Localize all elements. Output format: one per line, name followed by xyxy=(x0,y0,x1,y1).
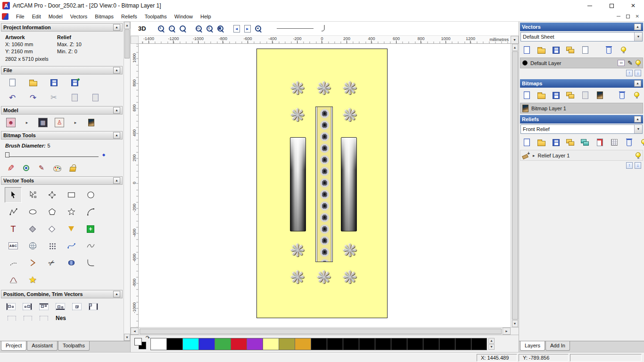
primary-secondary-colour-selector[interactable]: ↷ xyxy=(133,337,150,352)
align-both-icon[interactable] xyxy=(88,301,99,312)
scroll-left-icon[interactable]: ◄ xyxy=(131,328,139,335)
align-left-icon[interactable] xyxy=(6,301,16,312)
menu-vectors[interactable]: Vectors xyxy=(66,12,91,21)
fillet-icon[interactable] xyxy=(82,255,99,271)
palette-colour-9[interactable] xyxy=(295,338,311,350)
vector-doctor-icon[interactable]: ★ xyxy=(24,272,41,288)
create-ellipse-icon[interactable] xyxy=(24,204,41,220)
node-editing-icon[interactable] xyxy=(24,187,41,203)
greyscale-from-model-icon[interactable]: ▦ xyxy=(38,117,48,128)
scroll-up-icon[interactable]: ▲ xyxy=(512,44,518,51)
scroll-down-icon[interactable]: ▼ xyxy=(512,320,518,327)
new-model-icon[interactable] xyxy=(8,77,17,88)
save-model-icon[interactable] xyxy=(49,77,58,88)
transform-vectors-icon[interactable] xyxy=(43,187,60,203)
palette-colour-7[interactable] xyxy=(263,338,279,350)
section-header-model[interactable]: Model ▲ xyxy=(1,106,123,115)
collapse-icon[interactable]: ▲ xyxy=(113,107,120,114)
new-bitmap-layer-icon[interactable] xyxy=(522,90,531,100)
join-vectors-icon[interactable] xyxy=(24,255,41,271)
layer-visibility-icon[interactable] xyxy=(636,60,641,65)
copy-icon[interactable] xyxy=(70,92,79,103)
block-copy-icon[interactable]: + xyxy=(82,221,99,237)
create-polygon-icon[interactable] xyxy=(43,204,60,220)
move-layer-down-icon[interactable]: ↓ xyxy=(635,70,641,76)
save-model-as-icon[interactable]: ➜ xyxy=(70,77,79,88)
move-layer-down-icon[interactable]: ↓ xyxy=(635,162,641,169)
smooth-nodes-icon[interactable] xyxy=(82,238,99,254)
relief-layer-row[interactable]: ▸ Relief Layer 1 xyxy=(520,150,643,161)
delete-vector-layer-icon[interactable] xyxy=(604,45,613,55)
create-arc-icon[interactable] xyxy=(82,204,99,220)
vector-layer-row[interactable]: Default Layer ∞ ✎ xyxy=(520,58,643,68)
scrollbar-thumb[interactable] xyxy=(124,29,130,58)
scroll-down-icon[interactable]: ▼ xyxy=(124,334,130,341)
relief-combo[interactable]: Front Relief ▼ xyxy=(520,124,643,134)
open-relief-layer-icon[interactable] xyxy=(537,137,546,148)
collapse-icon[interactable]: ▲ xyxy=(634,116,641,123)
palette-icon[interactable] xyxy=(52,163,62,173)
menu-reliefs[interactable]: Reliefs xyxy=(117,12,141,21)
paint-icon[interactable]: ✎ xyxy=(6,163,15,173)
paste-text-icon[interactable]: ABC xyxy=(5,238,22,254)
align-right-icon[interactable] xyxy=(22,301,33,312)
layer-snap-icon[interactable]: ∞ xyxy=(618,60,625,66)
palette-colour-12[interactable] xyxy=(343,338,359,350)
undo-icon[interactable]: ↶ xyxy=(8,92,17,103)
create-circle-icon[interactable] xyxy=(82,187,99,203)
horizontal-scrollbar[interactable]: ◄ ► xyxy=(131,327,519,335)
scroll-right-icon[interactable]: ► xyxy=(503,328,511,335)
palette-colour-3[interactable] xyxy=(198,338,215,350)
mdi-close-button[interactable]: ✕ xyxy=(636,14,639,19)
palette-colour-0[interactable] xyxy=(150,338,166,350)
left-panel-scrollbar[interactable]: ▲ ▼ xyxy=(124,22,130,341)
mdi-restore-button[interactable] xyxy=(626,15,630,18)
layer-colour-swatch[interactable] xyxy=(522,60,528,66)
tab-layers[interactable]: Layers xyxy=(520,341,545,351)
paste-relief-menu-arrow[interactable]: ▸ xyxy=(71,117,80,128)
palette-colour-17[interactable] xyxy=(423,338,439,350)
fit-curve-icon[interactable] xyxy=(63,238,80,254)
section-header-vectors[interactable]: Vectors ▲ xyxy=(520,23,643,31)
expand-arrow-icon[interactable]: ▸ xyxy=(533,153,535,158)
chevron-down-icon[interactable]: ▼ xyxy=(634,125,642,133)
load-relief-menu-arrow[interactable]: ▸ xyxy=(22,117,32,128)
2d-view-canvas[interactable]: ❋❋❋❋❋❋❋❋❋❋ xyxy=(139,44,511,327)
delete-relief-layer-icon[interactable] xyxy=(624,137,634,148)
save-vector-layer-icon[interactable] xyxy=(551,45,561,55)
menu-window[interactable]: Window xyxy=(171,12,197,21)
subtract-relief-icon[interactable] xyxy=(595,137,604,148)
palette-colour-10[interactable] xyxy=(311,338,327,350)
zoom-out-icon[interactable]: − xyxy=(167,24,177,34)
collapse-icon[interactable]: ▲ xyxy=(113,67,120,74)
move-layer-up-icon[interactable]: ↑ xyxy=(626,70,633,76)
vertical-scrollbar[interactable]: ▲ ▼ xyxy=(511,44,519,327)
import-vectors-icon[interactable] xyxy=(566,45,575,55)
align-bottom-icon[interactable] xyxy=(55,301,66,312)
draw-icon[interactable]: ✎ xyxy=(37,163,46,173)
toggle-bitmaps-visibility-icon[interactable] xyxy=(632,90,641,100)
scrollbar-thumb[interactable] xyxy=(512,51,518,320)
section-icon[interactable] xyxy=(5,272,22,288)
align-centre-icon[interactable] xyxy=(72,301,82,312)
toggle-vectors-visibility-icon[interactable] xyxy=(619,45,628,55)
palette-colour-16[interactable] xyxy=(407,338,423,350)
palette-colour-2[interactable] xyxy=(182,338,198,350)
menu-file[interactable]: File xyxy=(12,12,28,21)
measure-icon[interactable] xyxy=(43,221,60,237)
toggle-reliefs-visibility-icon[interactable] xyxy=(639,137,644,148)
collapse-icon[interactable]: ▲ xyxy=(113,132,120,139)
import-relief-icon[interactable] xyxy=(566,137,575,148)
wrap-sphere-icon[interactable] xyxy=(24,238,41,254)
chevron-down-icon[interactable]: ▼ xyxy=(634,33,642,41)
new-relief-layer-icon[interactable] xyxy=(522,137,531,148)
menu-bitmaps[interactable]: Bitmaps xyxy=(91,12,117,21)
palette-colour-5[interactable] xyxy=(231,338,247,350)
swap-colours-icon[interactable]: ↷ xyxy=(146,335,150,341)
copy-bitmap-layer-icon[interactable] xyxy=(580,90,590,100)
layer-edit-icon[interactable]: ✎ xyxy=(627,60,633,66)
collapse-icon[interactable]: ▲ xyxy=(113,291,120,297)
palette-colour-14[interactable] xyxy=(375,338,391,350)
duplicate-relief-icon[interactable] xyxy=(580,137,590,148)
menu-help[interactable]: Help xyxy=(197,12,215,21)
